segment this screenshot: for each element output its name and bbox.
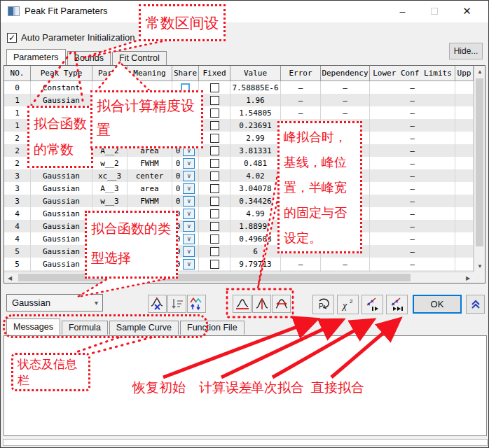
cell-upper-conf: [455, 94, 474, 106]
close-button[interactable]: ✕: [451, 1, 483, 22]
fixed-checkbox[interactable]: [210, 197, 219, 206]
fix-peak-center-button[interactable]: [252, 295, 271, 313]
minimize-button[interactable]: –: [387, 1, 418, 22]
share-dropdown[interactable]: ∨: [183, 196, 195, 206]
column-header: Share: [172, 66, 199, 81]
fix-baseline-button[interactable]: [233, 295, 252, 313]
cell-value[interactable]: 3.81331: [230, 144, 281, 157]
cell-fixed[interactable]: [199, 157, 230, 169]
fixed-checkbox[interactable]: [210, 96, 219, 105]
cell-value[interactable]: 0.481: [230, 157, 281, 169]
reorder-peaks-button[interactable]: [187, 295, 206, 313]
fit-until-converged-button[interactable]: [386, 295, 408, 314]
column-header: Value: [230, 66, 281, 81]
share-dropdown[interactable]: ∨: [183, 158, 195, 169]
cell-fixed[interactable]: [199, 195, 230, 207]
cell-fixed[interactable]: [199, 169, 230, 182]
collapse-dialog-button[interactable]: [466, 295, 485, 314]
share-dropdown[interactable]: ∨: [183, 171, 195, 181]
share-dropdown[interactable]: ∨: [183, 221, 195, 232]
scroll-down-icon[interactable]: ▼: [474, 260, 485, 272]
tab-fit-control[interactable]: Fit Control: [112, 51, 167, 65]
table-row: 4Gaussian0∨1.88995———: [4, 220, 474, 232]
cell-param: w__3: [92, 195, 128, 207]
cell-fixed[interactable]: [199, 119, 230, 132]
fixed-checkbox[interactable]: [210, 222, 219, 231]
cell-fixed[interactable]: [199, 232, 230, 245]
fixed-checkbox[interactable]: [210, 108, 219, 118]
cell-value[interactable]: 6: [230, 245, 281, 258]
cell-fixed[interactable]: [199, 144, 230, 157]
cell-fixed[interactable]: [199, 207, 230, 220]
vertical-scrollbar[interactable]: ▲ ▼: [474, 66, 485, 272]
cell-value[interactable]: 0.34426: [230, 195, 281, 207]
ok-button[interactable]: OK: [413, 295, 462, 314]
fixed-checkbox[interactable]: [210, 146, 219, 155]
cell-share[interactable]: 0∨: [172, 195, 199, 207]
auto-init-checkbox[interactable]: ✓: [7, 33, 17, 43]
cell-value[interactable]: 0.49608: [230, 232, 281, 245]
cell-fixed[interactable]: [199, 81, 230, 94]
vertical-scroll-thumb[interactable]: [476, 78, 483, 246]
cell-value[interactable]: 2.99: [230, 132, 281, 144]
function-select[interactable]: Gaussian ▾: [6, 294, 103, 312]
fit-once-icon: [364, 297, 381, 312]
hide-button[interactable]: Hide...: [449, 43, 483, 59]
cell-value[interactable]: 1.88995: [230, 220, 281, 232]
scroll-up-icon[interactable]: ▲: [474, 66, 485, 77]
cell-param: w__2: [92, 157, 128, 169]
peak-width-icon: [274, 297, 289, 312]
share-dropdown[interactable]: ∨: [183, 209, 195, 219]
share-dropdown[interactable]: ∨: [183, 259, 195, 270]
revert-parameters-button[interactable]: P: [312, 295, 334, 314]
cell-fixed[interactable]: [199, 106, 230, 119]
share-dropdown[interactable]: ∨: [183, 234, 195, 244]
cell-fixed[interactable]: [199, 245, 230, 258]
fixed-checkbox[interactable]: [210, 121, 219, 130]
scroll-right-icon[interactable]: ▶: [462, 272, 474, 284]
cell-value[interactable]: 7.58885E-6: [230, 81, 281, 94]
cell-share[interactable]: 0∨: [172, 169, 199, 182]
delete-peak-button[interactable]: [148, 295, 167, 313]
horizontal-scrollbar[interactable]: ◀ ▶: [4, 272, 474, 283]
fixed-checkbox[interactable]: [210, 247, 219, 256]
fixed-checkbox[interactable]: [210, 234, 219, 244]
callout-constants: 拟合函数的常数: [27, 106, 93, 168]
cell-value[interactable]: 1.54805: [230, 106, 281, 119]
cell-fixed[interactable]: [199, 220, 230, 232]
cell-fixed[interactable]: [199, 94, 230, 106]
peak-fit-parameters-dialog: Peak Fit Parameters – ✕ ✓ Auto Parameter…: [0, 0, 489, 448]
cell-share[interactable]: 0∨: [172, 157, 199, 169]
scroll-left-icon[interactable]: ◀: [4, 272, 15, 284]
cell-value[interactable]: 4.99: [230, 207, 281, 220]
cell-value[interactable]: 1.96: [230, 94, 281, 106]
cell-value[interactable]: 4.02: [230, 169, 281, 182]
fixed-checkbox[interactable]: [210, 209, 219, 218]
cell-fixed[interactable]: [199, 182, 230, 195]
tab-parameters[interactable]: Parameters: [6, 49, 66, 65]
fixed-checkbox[interactable]: [210, 134, 219, 143]
cell-value[interactable]: 3.04078: [230, 182, 281, 195]
sort-peaks-button[interactable]: [167, 295, 186, 313]
cell-value[interactable]: 9.79713: [230, 258, 281, 270]
cell-upper-conf: [455, 182, 474, 195]
chi-square-button[interactable]: χ 2: [337, 295, 359, 314]
fix-peak-width-button[interactable]: [272, 295, 291, 313]
share-dropdown[interactable]: ∨: [183, 183, 195, 194]
share-dropdown[interactable]: ∨: [183, 246, 195, 257]
peaks-reorder-icon: [189, 297, 204, 311]
cell-fixed[interactable]: [199, 258, 230, 270]
fixed-checkbox[interactable]: [210, 184, 219, 193]
cell-param: xc__3: [92, 169, 128, 182]
cell-lower-conf: —: [370, 169, 455, 182]
fixed-checkbox[interactable]: [210, 260, 219, 269]
horizontal-scroll-thumb[interactable]: [18, 274, 411, 281]
fit-one-iteration-button[interactable]: [361, 295, 383, 314]
cell-share[interactable]: 0∨: [172, 182, 199, 195]
fixed-checkbox[interactable]: [210, 83, 219, 92]
tab-bounds[interactable]: Bounds: [67, 51, 111, 65]
cell-value[interactable]: 0.23691: [230, 119, 281, 132]
fixed-checkbox[interactable]: [210, 159, 219, 168]
fixed-checkbox[interactable]: [210, 172, 219, 181]
cell-fixed[interactable]: [199, 132, 230, 144]
